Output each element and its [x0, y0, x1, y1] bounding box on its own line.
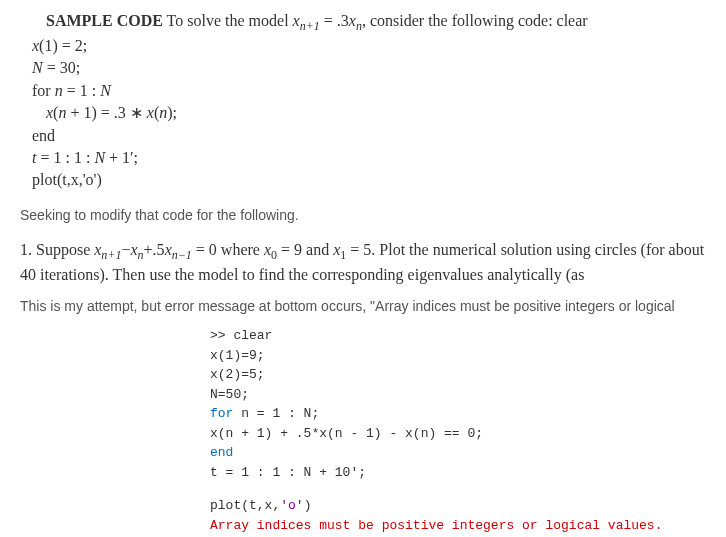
sample-line-1: x(1) = 2; [32, 35, 706, 57]
sample-line-6: t = 1 : 1 : N + 1′; [32, 147, 706, 169]
sample-line-3: for n = 1 : N [32, 80, 706, 102]
sample-line-4: x(n + 1) = .3 ∗ x(n); [46, 102, 706, 124]
matlab-blank-line [210, 482, 706, 496]
body-text-2: This is my attempt, but error message at… [20, 297, 706, 317]
sample-line-2: N = 30; [32, 57, 706, 79]
sample-code-intro: SAMPLE CODE To solve the model xn+1 = .3… [32, 10, 706, 35]
matlab-code-block: >> clear x(1)=9; x(2)=5; N=50; for n = 1… [210, 326, 706, 535]
matlab-line-1: >> clear [210, 326, 706, 346]
body-text-1: Seeking to modify that code for the foll… [20, 206, 706, 226]
matlab-line-2: x(1)=9; [210, 346, 706, 366]
matlab-line-8: t = 1 : 1 : N + 10'; [210, 463, 706, 483]
matlab-line-3: x(2)=5; [210, 365, 706, 385]
sample-heading: SAMPLE CODE [46, 12, 163, 29]
matlab-line-10: plot(t,x,'o') [210, 496, 706, 516]
matlab-line-5: for n = 1 : N; [210, 404, 706, 424]
problem-statement: 1. Suppose xn+1−xn+.5xn−1 = 0 where x0 =… [20, 239, 706, 286]
sample-line-7: plot(t,x,'o') [32, 169, 706, 191]
matlab-line-7: end [210, 443, 706, 463]
matlab-line-4: N=50; [210, 385, 706, 405]
matlab-line-6: x(n + 1) + .5*x(n - 1) - x(n) == 0; [210, 424, 706, 444]
sample-line-5: end [32, 125, 706, 147]
matlab-error: Array indices must be positive integers … [210, 516, 706, 536]
